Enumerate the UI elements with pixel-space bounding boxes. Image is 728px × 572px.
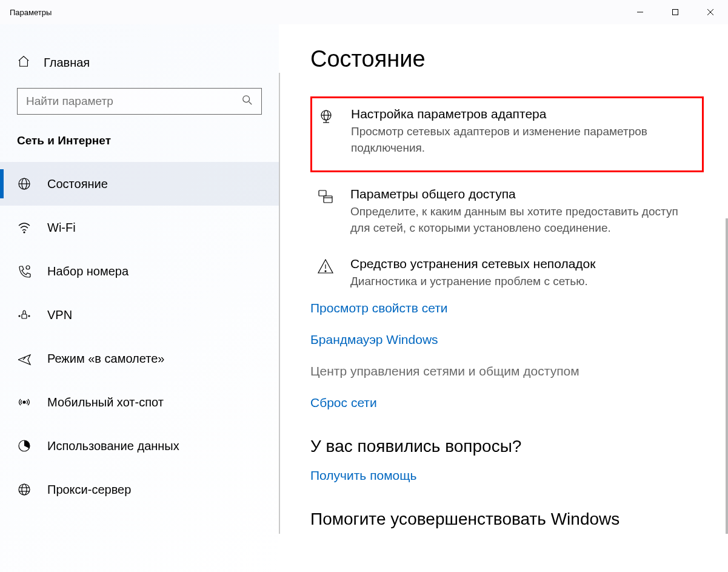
setting-title: Параметры общего доступа (350, 187, 699, 201)
airplane-icon (17, 351, 32, 366)
svg-point-9 (24, 232, 25, 233)
home-button[interactable]: Главная (0, 49, 279, 77)
close-button[interactable] (693, 0, 728, 24)
setting-troubleshooter[interactable]: Средство устранения сетевых неполадок Ди… (310, 247, 704, 301)
setting-desc: Определите, к каким данным вы хотите пре… (350, 204, 699, 236)
svg-rect-11 (22, 314, 27, 318)
nav-item-vpn[interactable]: VPN (0, 293, 279, 337)
dial-icon (17, 264, 32, 278)
svg-rect-25 (319, 190, 326, 196)
nav-item-hotspot[interactable]: Мобильный хот-спот (0, 380, 279, 424)
search-box[interactable] (17, 88, 262, 115)
window-title: Параметры (10, 8, 52, 17)
nav-list: Состояние Wi-Fi Набор номера VPN (0, 162, 279, 511)
nav-item-wifi[interactable]: Wi-Fi (0, 206, 279, 249)
link-network-properties[interactable]: Просмотр свойств сети (310, 301, 704, 315)
nav-item-airplane[interactable]: Режим «в самолете» (0, 337, 279, 380)
minimize-button[interactable] (623, 0, 658, 24)
main-content: Состояние Настройка параметров адаптера … (279, 24, 728, 572)
nav-item-label: Мобильный хот-спот (47, 395, 164, 409)
search-input[interactable] (26, 95, 242, 108)
search-icon (242, 95, 253, 108)
category-title: Сеть и Интернет (0, 129, 279, 162)
nav-item-datausage[interactable]: Использование данных (0, 424, 279, 468)
datausage-icon (17, 439, 32, 453)
svg-point-14 (23, 401, 25, 403)
troubleshoot-icon (315, 257, 336, 290)
setting-adapter-options[interactable]: Настройка параметров адаптера Просмотр с… (310, 96, 704, 172)
setting-desc: Просмотр сетевых адаптеров и изменение п… (351, 124, 697, 156)
link-get-help[interactable]: Получить помощь (310, 468, 704, 483)
sharing-icon (315, 187, 336, 236)
nav-item-label: Использование данных (47, 439, 179, 453)
svg-point-10 (26, 266, 30, 269)
home-icon (17, 55, 30, 71)
svg-rect-26 (324, 196, 332, 203)
window-controls (623, 0, 728, 24)
link-network-center[interactable]: Центр управления сетями и общим доступом (310, 364, 704, 379)
link-windows-firewall[interactable]: Брандмауэр Windows (310, 332, 704, 347)
adapter-icon (316, 107, 336, 156)
setting-sharing-options[interactable]: Параметры общего доступа Определите, к к… (310, 177, 704, 247)
wifi-icon (17, 220, 32, 235)
svg-rect-1 (673, 10, 678, 15)
improve-heading: Помогите усовершенствовать Windows (310, 510, 704, 529)
nav-item-label: VPN (47, 308, 72, 322)
svg-line-5 (249, 102, 252, 105)
maximize-button[interactable] (658, 0, 693, 24)
setting-desc: Диагностика и устранение проблем с сетью… (350, 274, 699, 290)
nav-item-label: Wi-Fi (47, 221, 76, 235)
link-network-reset[interactable]: Сброс сети (310, 395, 704, 410)
globe-icon (17, 177, 32, 191)
svg-point-13 (28, 315, 30, 317)
nav-item-label: Прокси-сервер (47, 483, 131, 497)
nav-item-label: Набор номера (47, 264, 129, 278)
nav-item-proxy[interactable]: Прокси-сервер (0, 468, 279, 511)
sidebar: Главная Сеть и Интернет Состояние (0, 24, 279, 572)
vpn-icon (17, 308, 32, 322)
setting-title: Средство устранения сетевых неполадок (350, 257, 699, 271)
scrollbar[interactable] (726, 218, 728, 534)
nav-item-label: Состояние (47, 177, 108, 191)
home-label: Главная (44, 56, 90, 70)
nav-item-label: Режим «в самолете» (47, 352, 164, 366)
svg-point-29 (325, 271, 326, 272)
setting-title: Настройка параметров адаптера (351, 107, 697, 121)
svg-point-17 (22, 484, 27, 495)
nav-item-status[interactable]: Состояние (0, 162, 279, 206)
titlebar: Параметры (0, 0, 728, 24)
svg-point-12 (19, 315, 20, 317)
page-title: Состояние (310, 46, 704, 72)
proxy-icon (17, 482, 32, 497)
hotspot-icon (17, 395, 32, 409)
questions-heading: У вас появились вопросы? (310, 437, 704, 456)
nav-item-dial[interactable]: Набор номера (0, 249, 279, 293)
svg-point-4 (243, 96, 250, 103)
svg-point-16 (19, 484, 30, 495)
